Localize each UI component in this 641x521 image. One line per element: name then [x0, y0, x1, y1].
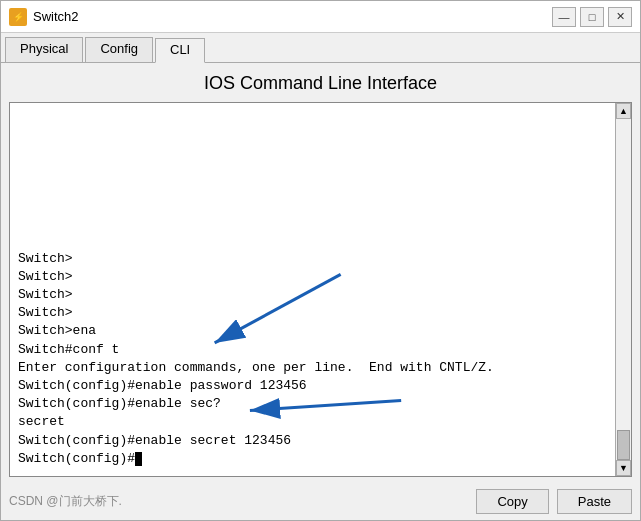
bottom-bar: CSDN @门前大桥下. Copy Paste [1, 485, 640, 520]
action-buttons: Copy Paste [476, 489, 632, 514]
app-icon: ⚡ [9, 8, 27, 26]
scrollbar-track[interactable] [616, 119, 631, 460]
tab-bar: Physical Config CLI [1, 33, 640, 63]
maximize-button[interactable]: □ [580, 7, 604, 27]
title-bar: ⚡ Switch2 — □ ✕ [1, 1, 640, 33]
minimize-button[interactable]: — [552, 7, 576, 27]
window-controls: — □ ✕ [552, 7, 632, 27]
main-window: ⚡ Switch2 — □ ✕ Physical Config CLI IOS … [0, 0, 641, 521]
terminal-output[interactable]: Switch> Switch> Switch> Switch> Switch>e… [10, 103, 615, 476]
window-title: Switch2 [33, 9, 552, 24]
scrollbar[interactable]: ▲ ▼ [615, 103, 631, 476]
watermark-text: CSDN @门前大桥下. [9, 493, 122, 510]
tab-physical[interactable]: Physical [5, 37, 83, 62]
scroll-down-button[interactable]: ▼ [616, 460, 631, 476]
scrollbar-thumb[interactable] [617, 430, 630, 460]
paste-button[interactable]: Paste [557, 489, 632, 514]
tab-config[interactable]: Config [85, 37, 153, 62]
content-area: IOS Command Line Interface Switch> Switc… [1, 63, 640, 520]
tab-cli[interactable]: CLI [155, 38, 205, 63]
copy-button[interactable]: Copy [476, 489, 548, 514]
scroll-up-button[interactable]: ▲ [616, 103, 631, 119]
cli-heading: IOS Command Line Interface [1, 63, 640, 102]
terminal-wrapper: Switch> Switch> Switch> Switch> Switch>e… [9, 102, 632, 477]
close-button[interactable]: ✕ [608, 7, 632, 27]
